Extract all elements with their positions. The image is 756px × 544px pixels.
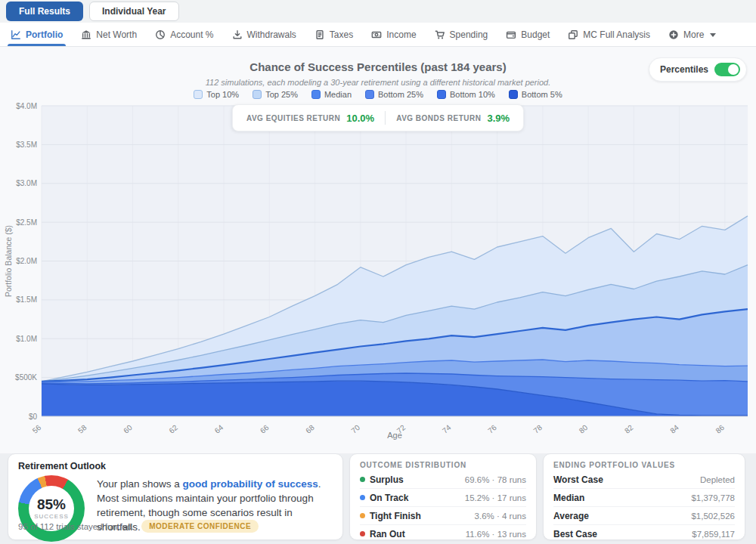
outcome-dot-icon	[360, 495, 365, 500]
distribution-header: OUTCOME DISTRIBUTION	[360, 461, 526, 469]
ending-values-card: ENDING PORTFOLIO VALUES Worst Case Deple…	[543, 453, 745, 540]
distribution-row: On Track 15.2% · 17 runs	[360, 488, 526, 506]
x-tick-label: 82	[623, 423, 635, 435]
confidence-badge: MODERATE CONFIDENCE	[141, 520, 259, 533]
distribution-row: Ran Out 11.6% · 13 runs	[360, 524, 526, 542]
nav-item-label: Withdrawals	[247, 29, 296, 40]
y-tick-label: $3.0M	[16, 179, 37, 187]
section-nav: Portfolio Net Worth Account % Withdrawal…	[0, 23, 756, 47]
outcome-value: 15.2% · 17 runs	[465, 493, 526, 502]
full-results-tab[interactable]: Full Results	[6, 2, 83, 21]
outcome-name: On Track	[370, 493, 408, 503]
plus-circle-icon	[668, 29, 679, 40]
ending-value-amount: $1,379,778	[691, 493, 735, 502]
outcome-name: Tight Finish	[370, 511, 421, 521]
x-tick-label: 74	[441, 423, 453, 435]
x-tick-label: 84	[668, 423, 680, 435]
outlook-header: Retirement Outlook	[18, 461, 333, 471]
outcome-value: 69.6% · 78 runs	[465, 475, 526, 484]
outcome-distribution-card: OUTCOME DISTRIBUTION Surplus 69.6% · 78 …	[349, 453, 537, 540]
x-tick-label: 80	[578, 423, 590, 435]
nav-item-label: Taxes	[330, 29, 353, 40]
nav-item-budget[interactable]: Budget	[506, 23, 550, 46]
x-tick-label: 66	[259, 423, 271, 435]
retirement-outlook-card: Retirement Outlook 85% SUCCESS Your plan…	[8, 453, 343, 540]
success-label: SUCCESS	[34, 513, 69, 520]
x-tick-label: 68	[304, 423, 316, 435]
nav-item-net-worth[interactable]: Net Worth	[81, 23, 137, 46]
individual-year-tab[interactable]: Individual Year	[89, 2, 178, 21]
nav-item-spending[interactable]: Spending	[435, 23, 488, 46]
receipt-icon	[314, 29, 325, 40]
nav-item-more[interactable]: More	[668, 23, 716, 46]
y-tick-label: $2.5M	[16, 218, 37, 227]
y-tick-label: $0	[29, 413, 38, 421]
outcome-label: Tight Finish	[360, 511, 421, 521]
ending-values-header: ENDING PORTFOLIO VALUES	[553, 461, 735, 469]
nav-item-account-[interactable]: Account %	[155, 23, 213, 46]
cash-icon	[371, 29, 382, 40]
x-tick-label: 76	[486, 423, 498, 435]
y-tick-label: $1.0M	[16, 335, 37, 343]
summary-row: Retirement Outlook 85% SUCCESS Your plan…	[8, 453, 748, 540]
outcome-label: Surplus	[360, 474, 404, 485]
y-tick-label: $500K	[15, 373, 37, 382]
nav-item-label: MC Full Analysis	[583, 29, 650, 40]
avg-equities-value: 10.0%	[346, 113, 374, 124]
avg-bonds-stat: AVG BONDS RETURN 3.9%	[396, 113, 510, 124]
nav-item-label: Income	[386, 29, 416, 40]
success-percentage: 85%	[37, 497, 66, 512]
x-tick-label: 56	[31, 423, 43, 435]
outcome-name: Ran Out	[370, 529, 405, 539]
x-tick-label: 62	[167, 423, 179, 435]
nav-item-label: Net Worth	[96, 29, 137, 40]
nav-item-taxes[interactable]: Taxes	[314, 23, 353, 46]
ending-value-amount: Depleted	[700, 475, 735, 484]
avg-returns-pill: AVG EQUITIES RETURN 10.0% AVG BONDS RETU…	[232, 104, 524, 131]
outlook-link[interactable]: good probability of success	[183, 478, 318, 490]
chart-card: Chance of Success Percentiles (past 184 …	[0, 47, 756, 453]
avg-bonds-label: AVG BONDS RETURN	[396, 114, 481, 122]
nav-item-label: Budget	[521, 29, 550, 40]
ending-value-row: Median $1,379,778	[553, 488, 735, 506]
ending-values-rows: Worst Case Depleted Median $1,379,778 Av…	[553, 471, 735, 542]
distribution-rows: Surplus 69.6% · 78 runs On Track 15.2% ·…	[360, 471, 526, 542]
ending-value-row: Worst Case Depleted	[553, 471, 735, 488]
outcome-name: Surplus	[370, 474, 404, 485]
y-tick-label: $3.5M	[16, 141, 37, 149]
stat-divider	[385, 111, 386, 125]
outcome-label: On Track	[360, 493, 408, 503]
y-tick-label: $2.0M	[16, 257, 37, 265]
nav-item-label: Portfolio	[26, 29, 63, 40]
nav-item-income[interactable]: Income	[371, 23, 416, 46]
nav-item-label: Spending	[450, 29, 488, 40]
trials-footnote: 95 of 112 trials stayed funded.	[18, 522, 134, 531]
top-tab-bar: Full Results Individual Year	[0, 0, 756, 23]
wallet-icon	[506, 29, 516, 40]
outcome-dot-icon	[360, 513, 365, 518]
download-icon	[232, 29, 243, 40]
x-tick-label: 64	[213, 423, 225, 435]
x-tick-label: 58	[76, 423, 88, 435]
ending-value-label: Median	[553, 493, 584, 503]
x-tick-label: 60	[122, 423, 134, 435]
bank-icon	[81, 29, 91, 40]
outcome-dot-icon	[360, 477, 365, 482]
cart-icon	[435, 29, 445, 40]
avg-bonds-value: 3.9%	[487, 113, 510, 124]
ending-value-amount: $1,502,526	[691, 512, 735, 521]
outlook-text-prefix: Your plan shows a	[97, 478, 183, 490]
caret-down-icon	[710, 32, 716, 37]
y-axis-label: Portfolio Balance ($)	[4, 225, 13, 297]
ending-value-label: Best Case	[553, 529, 597, 539]
x-axis-label: Age	[387, 431, 402, 440]
nav-item-portfolio[interactable]: Portfolio	[11, 23, 63, 46]
layers-icon	[568, 29, 578, 40]
distribution-row: Surplus 69.6% · 78 runs	[360, 471, 526, 488]
distribution-row: Tight Finish 3.6% · 4 runs	[360, 506, 526, 524]
nav-item-mc-full-analysis[interactable]: MC Full Analysis	[568, 23, 650, 46]
ending-value-label: Worst Case	[553, 474, 603, 485]
ending-value-row: Best Case $7,859,117	[553, 524, 735, 542]
nav-item-withdrawals[interactable]: Withdrawals	[232, 23, 296, 46]
x-tick-label: 70	[349, 423, 361, 435]
